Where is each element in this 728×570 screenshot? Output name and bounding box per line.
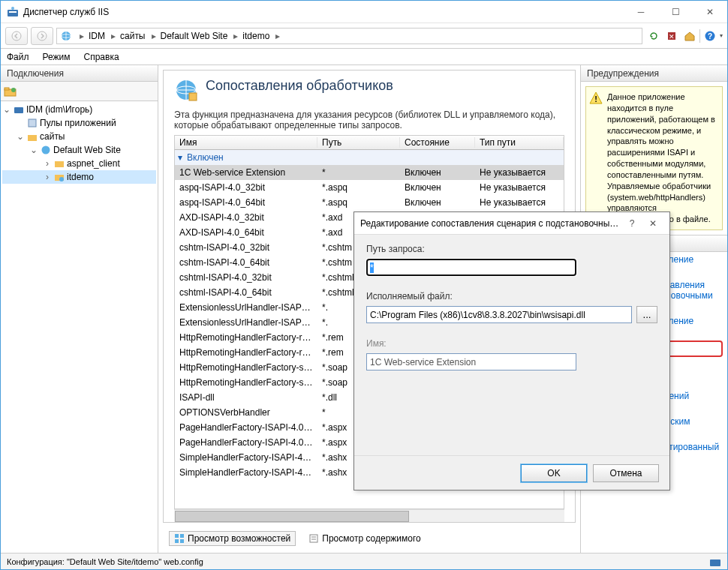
svg-rect-34 — [710, 560, 720, 566]
horizontal-scrollbar[interactable] — [174, 509, 564, 522]
warnings-header: Предупреждения — [581, 65, 727, 82]
tree-apppools[interactable]: Пулы приложений — [40, 118, 116, 128]
content-icon — [308, 533, 319, 544]
help-dropdown-icon[interactable]: ▾ — [720, 32, 723, 39]
close-button[interactable]: ✕ — [693, 1, 727, 23]
navbar: ▸IDM ▸сайты ▸Default Web Site ▸itdemo ▸ … — [1, 23, 727, 49]
group-enabled[interactable]: ▾Включен — [175, 150, 564, 165]
tab-features[interactable]: Просмотр возможностей — [169, 531, 296, 546]
svg-point-13 — [11, 88, 16, 92]
tree-aspnet[interactable]: aspnet_client — [67, 158, 120, 169]
label-executable: Исполняемый файл: — [366, 291, 657, 302]
home-icon[interactable] — [681, 28, 698, 44]
tree-sites[interactable]: сайты — [40, 131, 65, 142]
table-row[interactable]: aspq-ISAPI-4.0_32bit*.aspqВключенНе указ… — [175, 180, 564, 195]
input-name — [366, 353, 576, 370]
svg-point-4 — [38, 32, 47, 40]
site-icon — [40, 144, 52, 156]
crumb-default[interactable]: Default Web Site — [161, 31, 228, 41]
col-name[interactable]: Имя — [175, 137, 317, 148]
svg-rect-14 — [14, 107, 23, 113]
iis-icon — [7, 6, 19, 18]
svg-rect-23 — [189, 93, 197, 100]
server-icon — [60, 30, 72, 42]
grid-header: Имя Путь Состояние Тип пути — [174, 135, 564, 150]
col-type[interactable]: Тип пути — [475, 137, 564, 148]
tab-content[interactable]: Просмотр содержимого — [303, 531, 426, 546]
svg-rect-12 — [5, 88, 9, 90]
menu-file[interactable]: Файл — [7, 52, 29, 62]
svg-rect-24 — [175, 534, 179, 538]
tree-itdemo[interactable]: itdemo — [67, 172, 94, 182]
maximize-button[interactable]: ☐ — [658, 1, 693, 23]
table-row[interactable]: 1C Web-service Extension*ВключенНе указы… — [175, 165, 564, 180]
dialog-help-button[interactable]: ? — [621, 218, 642, 229]
refresh-icon[interactable] — [645, 28, 662, 44]
folder-icon — [53, 158, 65, 170]
ok-button[interactable]: OK — [521, 464, 587, 482]
warning-box: ! Данное приложение находится в пуле при… — [585, 86, 723, 230]
connections-panel: Подключения ⌄IDM (idm\Игорь) Пулы прилож… — [1, 65, 158, 553]
stop-icon[interactable]: ✕ — [663, 28, 680, 44]
input-executable[interactable] — [366, 306, 632, 323]
svg-rect-27 — [180, 539, 184, 543]
status-text: Конфигурация: "Default Web Site/itdemo" … — [7, 557, 203, 566]
menu-mode[interactable]: Режим — [43, 52, 71, 62]
svg-text:!: ! — [594, 94, 597, 104]
svg-point-20 — [59, 177, 64, 182]
table-row[interactable]: aspq-ISAPI-4.0_64bit*.aspqВключенНе указ… — [175, 195, 564, 210]
statusbar: Конфигурация: "Default Web Site/itdemo" … — [1, 553, 727, 569]
label-request-path: Путь запроса: — [366, 244, 657, 254]
server-icon — [13, 104, 25, 116]
titlebar: Диспетчер служб IIS ─ ☐ ✕ — [1, 1, 727, 23]
edit-mapping-dialog: Редактирование сопоставления сценария с … — [353, 212, 670, 490]
svg-point-3 — [12, 32, 21, 40]
window-title: Диспетчер служб IIS — [23, 7, 624, 17]
label-name: Имя: — [366, 338, 657, 349]
dialog-close-button[interactable]: ✕ — [642, 218, 663, 229]
svg-point-17 — [42, 146, 50, 154]
connections-toolbar — [1, 82, 158, 101]
input-request-path[interactable] — [366, 259, 576, 276]
svg-rect-0 — [8, 10, 18, 16]
svg-rect-16 — [28, 135, 37, 141]
features-icon — [174, 533, 185, 544]
status-icon — [709, 556, 721, 568]
cancel-button[interactable]: Отмена — [593, 464, 659, 482]
browse-button[interactable]: ... — [636, 306, 657, 323]
svg-rect-15 — [29, 119, 36, 127]
breadcrumb[interactable]: ▸IDM ▸сайты ▸Default Web Site ▸itdemo ▸ — [56, 28, 642, 44]
connections-header: Подключения — [1, 65, 158, 82]
minimize-button[interactable]: ─ — [624, 1, 658, 23]
svg-point-2 — [11, 7, 14, 10]
crumb-idm[interactable]: IDM — [89, 31, 105, 41]
center-panel: Сопоставления обработчиков Эта функция п… — [158, 65, 581, 553]
crumb-itdemo[interactable]: itdemo — [242, 31, 269, 41]
app-icon — [53, 171, 65, 183]
help-icon[interactable]: ? — [702, 28, 718, 44]
page-description: Эта функция предназначена для указания р… — [164, 110, 575, 135]
svg-text:?: ? — [708, 32, 712, 40]
col-state[interactable]: Состояние — [400, 137, 475, 148]
sites-icon — [26, 130, 38, 142]
svg-rect-18 — [55, 161, 64, 167]
page-title: Сопоставления обработчиков — [206, 78, 393, 94]
col-path[interactable]: Путь — [317, 137, 400, 148]
svg-text:✕: ✕ — [669, 33, 675, 40]
back-button[interactable] — [5, 27, 28, 45]
connections-tree: ⌄IDM (idm\Игорь) Пулы приложений ⌄сайты … — [1, 101, 158, 553]
dialog-title: Редактирование сопоставления сценария с … — [360, 218, 621, 229]
forward-button[interactable] — [31, 27, 53, 45]
svg-rect-28 — [310, 535, 317, 542]
folder-icon[interactable] — [4, 86, 17, 98]
tree-defsite[interactable]: Default Web Site — [53, 145, 121, 155]
crumb-sites[interactable]: сайты — [120, 31, 146, 41]
svg-rect-26 — [175, 539, 179, 543]
tree-root[interactable]: IDM (idm\Игорь) — [26, 104, 92, 115]
apppools-icon — [26, 117, 38, 129]
svg-rect-25 — [180, 534, 184, 538]
menu-help[interactable]: Справка — [84, 52, 119, 62]
menubar: Файл Режим Справка — [1, 49, 727, 65]
warning-icon: ! — [589, 92, 603, 105]
svg-rect-1 — [9, 11, 17, 13]
